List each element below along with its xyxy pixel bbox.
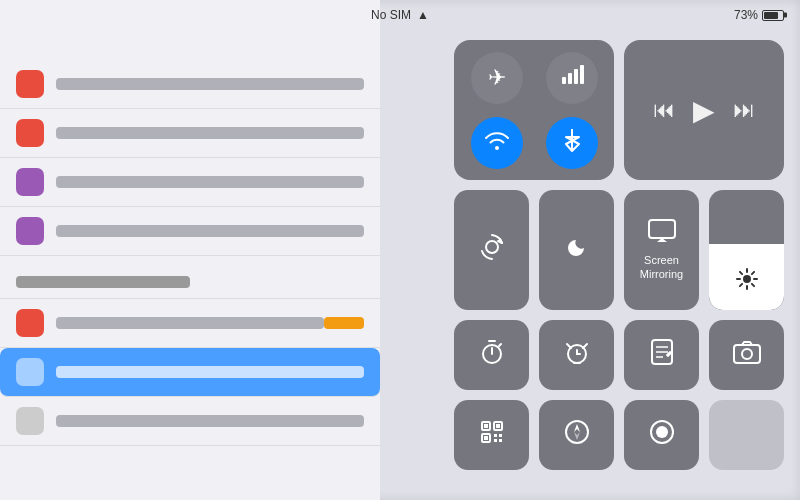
second-row: Screen Mirroring — [454, 190, 784, 310]
svg-rect-2 — [574, 69, 578, 84]
svg-line-14 — [739, 284, 741, 286]
battery-icon — [762, 10, 784, 21]
airplane-icon: ✈ — [488, 65, 506, 91]
status-bar-right: 73% — [734, 8, 784, 22]
media-card: ⏮ ▶ ⏭ — [624, 40, 784, 180]
notes-icon — [650, 339, 674, 371]
qr-scanner-button[interactable] — [454, 400, 529, 470]
svg-rect-1 — [568, 73, 572, 84]
play-icon: ▶ — [693, 95, 715, 126]
timer-button[interactable] — [454, 320, 529, 390]
svg-rect-32 — [499, 439, 502, 442]
cellular-button[interactable] — [546, 52, 598, 104]
svg-rect-24 — [484, 424, 488, 428]
svg-rect-0 — [562, 77, 566, 84]
camera-button[interactable] — [709, 320, 784, 390]
svg-rect-5 — [649, 220, 675, 238]
camera-icon — [733, 340, 761, 370]
screen-mirroring-button[interactable]: Screen Mirroring — [624, 190, 699, 310]
bluetooth-icon — [563, 127, 581, 159]
svg-rect-21 — [734, 345, 760, 363]
fastforward-button[interactable]: ⏭ — [733, 97, 755, 123]
svg-rect-26 — [496, 424, 500, 428]
fourth-row — [454, 400, 784, 470]
notes-button[interactable] — [624, 320, 699, 390]
screen-mirroring-label: Screen Mirroring — [640, 253, 683, 282]
cellular-icon — [560, 63, 584, 92]
svg-point-22 — [742, 349, 752, 359]
rewind-icon: ⏮ — [653, 97, 675, 122]
screen-record-button[interactable] — [624, 400, 699, 470]
brightness-icon — [735, 267, 759, 296]
status-bar: No SIM ▲ 73% — [0, 0, 800, 30]
compass-icon — [564, 419, 590, 451]
svg-line-12 — [751, 284, 753, 286]
moon-icon — [564, 234, 590, 266]
svg-line-11 — [739, 272, 741, 274]
svg-rect-3 — [580, 65, 584, 84]
control-center: ✈ — [454, 40, 784, 470]
extra-button[interactable] — [709, 400, 784, 470]
airplane-mode-button[interactable]: ✈ — [471, 52, 523, 104]
wifi-icon: ▲ — [417, 8, 429, 22]
qr-icon — [480, 420, 504, 450]
screen-mirroring-icon — [648, 219, 676, 249]
third-row — [454, 320, 784, 390]
timer-icon — [479, 339, 505, 371]
play-button[interactable]: ▶ — [693, 94, 715, 127]
wifi-button[interactable] — [471, 117, 523, 169]
svg-rect-28 — [484, 436, 488, 440]
svg-point-6 — [743, 275, 751, 283]
svg-rect-30 — [499, 434, 502, 437]
battery-percent: 73% — [734, 8, 758, 22]
bluetooth-button[interactable] — [546, 117, 598, 169]
svg-rect-31 — [494, 439, 497, 442]
svg-point-4 — [486, 241, 498, 253]
svg-point-35 — [656, 426, 668, 438]
brightness-slider[interactable] — [709, 190, 784, 310]
settings-list-background — [0, 0, 380, 500]
screen-record-icon — [649, 419, 675, 451]
alarm-icon — [563, 338, 591, 372]
wifi-icon-btn — [484, 129, 510, 157]
fastforward-icon: ⏭ — [733, 97, 755, 122]
rotation-lock-icon — [478, 233, 506, 267]
do-not-disturb-button[interactable] — [539, 190, 614, 310]
svg-line-13 — [751, 272, 753, 274]
svg-rect-29 — [494, 434, 497, 437]
rewind-button[interactable]: ⏮ — [653, 97, 675, 123]
carrier-label: No SIM — [371, 8, 411, 22]
alarm-button[interactable] — [539, 320, 614, 390]
rotation-lock-button[interactable] — [454, 190, 529, 310]
compass-button[interactable] — [539, 400, 614, 470]
status-bar-center: No SIM ▲ — [371, 8, 429, 22]
connectivity-card: ✈ — [454, 40, 614, 180]
